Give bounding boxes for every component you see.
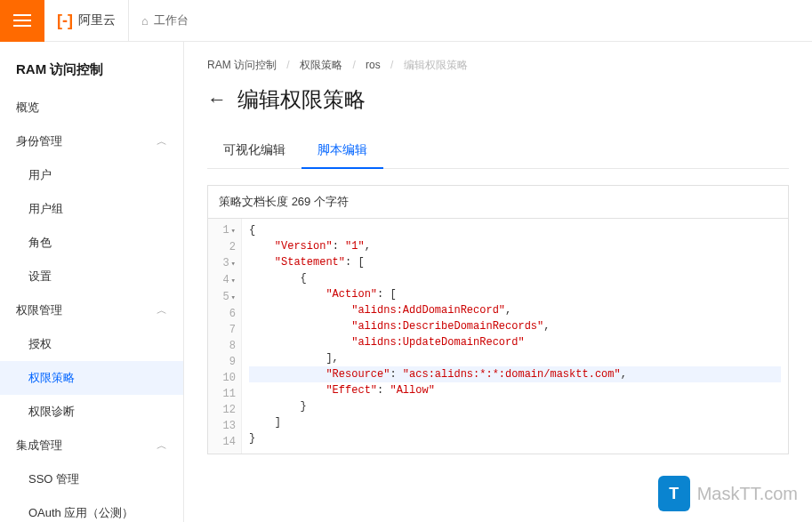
main-content: RAM 访问控制 / 权限策略 / ros / 编辑权限策略 ← 编辑权限策略 …	[184, 42, 812, 522]
page-title: 编辑权限策略	[237, 85, 366, 114]
chevron-up-icon: ︿	[157, 303, 167, 318]
tab-visual[interactable]: 可视化编辑	[207, 133, 301, 168]
topbar: [-] 阿里云 ⌂ 工作台	[0, 0, 812, 42]
doc-length-count: 269	[292, 195, 311, 208]
doc-length-suffix: 个字符	[314, 195, 349, 208]
breadcrumb-item[interactable]: ros	[366, 59, 381, 71]
watermark: T MaskTT.com	[658, 476, 798, 511]
sidebar-item[interactable]: 角色	[0, 226, 183, 260]
brand-mark-icon: [-]	[57, 12, 73, 30]
brand-text: 阿里云	[78, 12, 116, 28]
sidebar-group[interactable]: 权限管理︿	[0, 293, 183, 327]
watermark-badge-icon: T	[658, 476, 690, 511]
back-arrow-icon[interactable]: ←	[207, 88, 227, 111]
sidebar-group[interactable]: 概览	[0, 91, 183, 124]
breadcrumb-item[interactable]: 权限策略	[300, 59, 342, 71]
sidebar-item[interactable]: OAuth 应用（公测）	[0, 496, 183, 522]
sidebar-item[interactable]: 权限策略	[0, 361, 183, 395]
sidebar-title: RAM 访问控制	[0, 49, 183, 91]
sidebar-group[interactable]: 身份管理︿	[0, 124, 183, 158]
doc-length-info: 策略文档长度 269 个字符	[207, 185, 789, 218]
menu-toggle-button[interactable]	[0, 0, 44, 42]
sidebar-group[interactable]: 集成管理︿	[0, 429, 183, 462]
sidebar-item[interactable]: 设置	[0, 260, 183, 293]
editor-gutter: 1▾23▾4▾5▾67891011121314	[208, 219, 242, 454]
chevron-up-icon: ︿	[157, 134, 167, 149]
layout: RAM 访问控制 概览身份管理︿用户用户组角色设置权限管理︿授权权限策略权限诊断…	[0, 42, 812, 522]
tab-script[interactable]: 脚本编辑	[301, 133, 383, 169]
workbench-link[interactable]: ⌂ 工作台	[129, 12, 201, 28]
watermark-text: MaskTT.com	[697, 484, 798, 504]
breadcrumb-separator: /	[390, 59, 393, 71]
breadcrumb-current: 编辑权限策略	[404, 59, 468, 71]
hamburger-icon	[13, 14, 31, 27]
sidebar: RAM 访问控制 概览身份管理︿用户用户组角色设置权限管理︿授权权限策略权限诊断…	[0, 42, 184, 522]
doc-length-label: 策略文档长度	[219, 195, 288, 208]
editor-code-area[interactable]: { "Version": "1", "Statement": [ { "Acti…	[242, 219, 788, 454]
chevron-up-icon: ︿	[157, 438, 167, 454]
workbench-label: 工作台	[154, 12, 189, 28]
brand-logo[interactable]: [-] 阿里云	[44, 0, 129, 42]
sidebar-item[interactable]: 用户组	[0, 192, 183, 226]
sidebar-item[interactable]: 权限诊断	[0, 395, 183, 429]
page-header: ← 编辑权限策略	[207, 85, 789, 114]
tabs: 可视化编辑 脚本编辑	[207, 133, 789, 169]
code-editor[interactable]: 1▾23▾4▾5▾67891011121314 { "Version": "1"…	[207, 218, 789, 454]
home-icon: ⌂	[141, 14, 149, 28]
sidebar-nav: 概览身份管理︿用户用户组角色设置权限管理︿授权权限策略权限诊断集成管理︿SSO …	[0, 91, 183, 522]
breadcrumb-separator: /	[352, 59, 355, 71]
breadcrumb: RAM 访问控制 / 权限策略 / ros / 编辑权限策略	[207, 58, 789, 73]
breadcrumb-item[interactable]: RAM 访问控制	[207, 59, 277, 71]
sidebar-item[interactable]: 授权	[0, 327, 183, 361]
sidebar-item[interactable]: 用户	[0, 158, 183, 192]
sidebar-item[interactable]: SSO 管理	[0, 462, 183, 496]
breadcrumb-separator: /	[286, 59, 289, 71]
